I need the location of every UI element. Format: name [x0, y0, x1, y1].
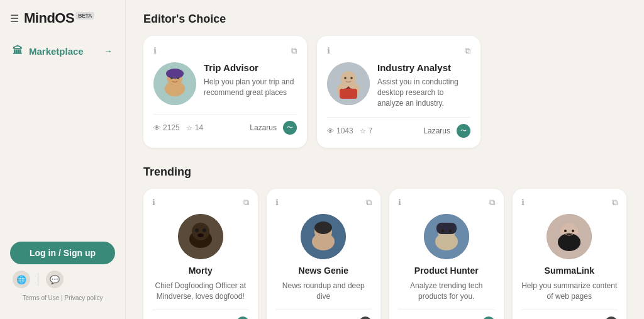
svg-point-29 — [441, 230, 444, 232]
views-icon: 👁 — [327, 127, 334, 135]
trending-agent-name: Morty — [189, 266, 213, 276]
creator-badge: 〜 — [236, 316, 249, 319]
footer-divider — [38, 273, 38, 286]
trending-footer: 👁 1087 ☆ 30 〜 — [152, 310, 249, 319]
creator-badge: 〜 — [359, 316, 372, 319]
stars-stat: ☆ 14 — [186, 123, 203, 132]
svg-point-4 — [170, 77, 173, 79]
trending-card-morty[interactable]: ℹ ⧉ Morty Chief Dogfooding Officer at Mi… — [143, 189, 258, 319]
info-icon[interactable]: ℹ — [153, 46, 157, 56]
trending-card-summalink[interactable]: ℹ ⧉ SummaLink Help you summarize content… — [513, 189, 627, 319]
svg-rect-12 — [340, 89, 357, 99]
sidebar-item-marketplace[interactable]: 🏛 Marketplace → — [5, 39, 120, 63]
external-link-icon[interactable]: ⧉ — [291, 46, 297, 56]
login-button[interactable]: Log in / Sign up — [10, 242, 115, 264]
external-link-icon[interactable]: ⧉ — [366, 198, 372, 208]
footer-icons: 🌐 💬 — [10, 271, 115, 288]
creator-badge: 〜 — [457, 124, 470, 138]
info-icon[interactable]: ℹ — [521, 198, 525, 208]
main-content: Editor's Choice ℹ ⧉ — [126, 0, 644, 319]
card-icons-row: ℹ ⧉ — [153, 46, 297, 56]
card-header: ℹ ⧉ — [152, 198, 249, 208]
trending-footer: 👁 697 ☆ 11 〜 — [521, 310, 618, 319]
sidebar: ☰ MindOSBETA 🏛 Marketplace → Log in / Si… — [0, 0, 126, 319]
trending-card-news-genie[interactable]: ℹ ⧉ News Genie News roundup and deep div… — [267, 189, 381, 319]
svg-point-16 — [195, 228, 199, 232]
agent-name: Trip Advisor — [204, 62, 297, 73]
sidebar-item-arrow: → — [104, 46, 113, 56]
svg-rect-22 — [314, 221, 332, 234]
card-body: Industry Analyst Assist you in conductin… — [327, 62, 470, 108]
agent-info: Industry Analyst Assist you in conductin… — [377, 62, 470, 108]
svg-point-35 — [572, 230, 574, 232]
external-link-icon[interactable]: ⧉ — [612, 198, 618, 208]
svg-rect-28 — [436, 223, 457, 234]
sidebar-nav: 🏛 Marketplace → — [0, 39, 125, 234]
trending-agent-name: SummaLink — [545, 266, 594, 276]
svg-point-30 — [449, 230, 452, 232]
stars-count: 7 — [369, 126, 373, 135]
views-stat: 👁 1043 — [327, 126, 353, 135]
external-link-icon[interactable]: ⧉ — [243, 198, 249, 208]
trending-agent-desc: Analyze trending tech products for you. — [398, 281, 495, 302]
info-icon[interactable]: ℹ — [327, 46, 330, 56]
discord-icon[interactable]: 💬 — [46, 271, 64, 288]
info-icon[interactable]: ℹ — [275, 198, 279, 208]
sidebar-header: ☰ MindOSBETA — [0, 10, 125, 39]
svg-point-21 — [312, 233, 335, 250]
card-header: ℹ ⧉ — [275, 198, 372, 208]
editors-choice-section: Editor's Choice ℹ ⧉ — [143, 13, 626, 148]
info-icon[interactable]: ℹ — [398, 198, 401, 208]
trending-agent-name: Product Hunter — [414, 266, 479, 276]
sidebar-item-label: Marketplace — [29, 46, 84, 57]
sidebar-footer: Log in / Sign up 🌐 💬 Terms of Use | Priv… — [0, 234, 125, 309]
stars-stat: ☆ 7 — [360, 126, 373, 135]
card-footer: 👁 1043 ☆ 7 Lazarus 〜 — [327, 117, 470, 138]
svg-point-3 — [166, 69, 184, 79]
agent-name: Industry Analyst — [377, 62, 470, 73]
creator-badge: 〜 — [605, 316, 618, 319]
trending-agent-desc: News roundup and deep dive — [275, 281, 372, 302]
creator-badge: 〜 — [283, 121, 297, 135]
views-count: 1043 — [336, 126, 353, 135]
trending-card-product-hunter[interactable]: ℹ ⧉ Product Hunter Analyze trending tech… — [389, 189, 504, 319]
card-header: ℹ ⧉ — [521, 198, 618, 208]
editors-choice-title: Editor's Choice — [143, 13, 626, 26]
card-body: Trip Advisor Help you plan your trip and… — [153, 62, 297, 105]
svg-point-11 — [350, 77, 353, 79]
card-icons-row: ℹ ⧉ — [327, 46, 470, 56]
svg-point-23 — [318, 230, 321, 232]
creator-badge: 〜 — [482, 316, 495, 319]
trending-footer: 👁 997 ☆ 11 〜 — [398, 310, 495, 319]
svg-point-33 — [558, 233, 580, 251]
trending-agent-desc: Help you summarize content of web pages — [521, 281, 618, 302]
app-name: MindOS — [24, 10, 74, 26]
beta-badge: BETA — [75, 12, 94, 20]
trending-footer: 👁 1712 ☆ 21 〜 — [275, 310, 372, 319]
app-logo: MindOSBETA — [24, 10, 94, 26]
trending-agent-desc: Chief Dogfooding Officer at Mindverse, l… — [152, 281, 249, 302]
agent-desc: Assist you in conducting desktop researc… — [377, 77, 470, 108]
svg-point-10 — [344, 77, 347, 79]
marketplace-icon: 🏛 — [13, 45, 23, 57]
svg-point-27 — [435, 233, 458, 250]
svg-point-18 — [197, 233, 204, 237]
terms-privacy-links[interactable]: Terms of Use | Privacy policy — [22, 294, 103, 301]
trending-title: Trending — [143, 165, 626, 179]
footer-links: Terms of Use | Privacy policy — [10, 294, 115, 301]
svg-point-8 — [341, 71, 356, 86]
agent-card-industry-analyst[interactable]: ℹ ⧉ — [317, 36, 480, 148]
stars-count: 14 — [195, 123, 203, 132]
agent-avatar-product — [424, 214, 469, 259]
hamburger-icon[interactable]: ☰ — [10, 13, 19, 25]
external-link-icon[interactable]: ⧉ — [489, 198, 495, 208]
community-icon[interactable]: 🌐 — [13, 271, 30, 288]
trending-cards: ℹ ⧉ Morty Chief Dogfooding Officer at Mi… — [143, 189, 626, 319]
trending-section: Trending ℹ ⧉ Mor — [143, 165, 626, 319]
creator-name: Lazarus — [423, 126, 450, 135]
agent-desc: Help you plan your trip and recommend gr… — [204, 77, 297, 98]
external-link-icon[interactable]: ⧉ — [465, 46, 470, 56]
agent-card-trip-advisor[interactable]: ℹ ⧉ — [143, 36, 307, 148]
info-icon[interactable]: ℹ — [152, 198, 155, 208]
agent-avatar-trip — [153, 62, 196, 105]
